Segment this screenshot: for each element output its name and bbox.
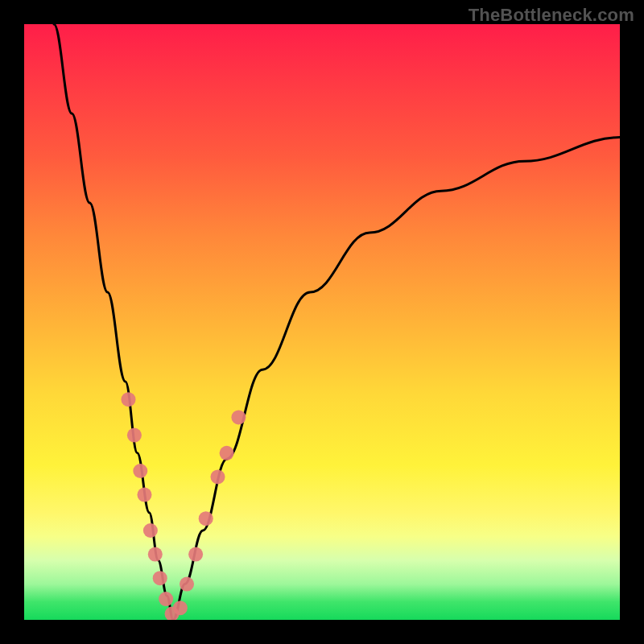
chart-svg	[24, 24, 620, 620]
data-marker	[211, 469, 225, 484]
data-marker	[231, 410, 246, 424]
marker-group	[122, 392, 246, 620]
chart-frame: TheBottleneck.com	[0, 0, 644, 644]
data-marker	[220, 446, 234, 460]
plot-area	[24, 24, 620, 620]
data-marker	[153, 571, 167, 585]
data-marker	[122, 392, 136, 407]
data-marker	[199, 511, 213, 526]
bottleneck-curve	[54, 24, 620, 620]
watermark-label: TheBottleneck.com	[469, 5, 634, 26]
data-marker	[133, 464, 147, 478]
curve-right-arm	[173, 138, 620, 620]
data-marker	[148, 547, 163, 562]
data-marker	[143, 523, 158, 538]
data-marker	[180, 577, 194, 592]
data-marker	[137, 488, 151, 502]
data-marker	[159, 592, 173, 606]
data-marker	[127, 428, 142, 443]
data-marker	[188, 547, 203, 562]
data-marker	[173, 601, 188, 615]
